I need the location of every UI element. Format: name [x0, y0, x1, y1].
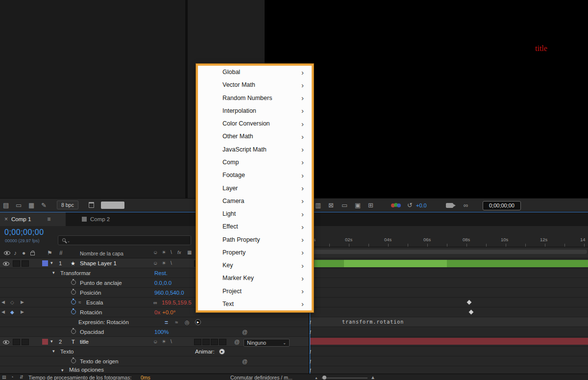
- reset-link[interactable]: Rest.: [154, 270, 168, 276]
- keyframe-diamond-rotation[interactable]: [469, 310, 474, 315]
- guides-icon[interactable]: ▣: [355, 202, 361, 208]
- property-label[interactable]: Opacidad: [80, 329, 104, 335]
- menu-item-global[interactable]: Global›: [198, 66, 312, 78]
- exposure-value[interactable]: +0.0: [416, 203, 427, 208]
- zoom-slider-handle[interactable]: [322, 376, 326, 380]
- animate-menu-button[interactable]: ▶: [219, 349, 225, 355]
- 3d-cell[interactable]: [219, 339, 226, 345]
- parent-pickwhip-icon[interactable]: @: [234, 339, 240, 345]
- menu-item-key[interactable]: Key›: [198, 259, 312, 272]
- trash-icon[interactable]: [89, 202, 94, 208]
- group-label[interactable]: Transformar: [60, 270, 91, 276]
- menu-item-other-math[interactable]: Other Math›: [198, 130, 312, 143]
- group-label[interactable]: Más opciones: [69, 367, 104, 373]
- link-dimensions-icon[interactable]: ∞: [153, 300, 157, 305]
- eye-icon[interactable]: [3, 340, 9, 344]
- layer-handle-icon[interactable]: [308, 319, 312, 325]
- timeline-search[interactable]: ⌄: [58, 235, 191, 245]
- inout-columns-icon[interactable]: ⇵: [20, 375, 24, 380]
- menu-item-javascript-math[interactable]: JavaScript Math›: [198, 143, 312, 156]
- stopwatch-icon[interactable]: [71, 309, 76, 314]
- rotation-turns[interactable]: 0x: [154, 309, 160, 315]
- next-keyframe-icon[interactable]: ▶: [21, 300, 24, 304]
- twirl-icon[interactable]: ▾: [50, 260, 53, 265]
- layer-duration-bar-title[interactable]: [310, 338, 588, 345]
- transparency-grid-icon[interactable]: ⊠: [328, 202, 334, 208]
- more-options-row[interactable]: ▾ Más opciones: [0, 366, 309, 374]
- label-color-swatch[interactable]: [42, 260, 48, 266]
- edit-icon[interactable]: ✎: [41, 202, 47, 208]
- motion-blur-cell[interactable]: [211, 339, 218, 345]
- property-label[interactable]: Escala: [86, 300, 103, 305]
- menu-item-footage[interactable]: Footage›: [198, 169, 312, 181]
- layer-name[interactable]: title: [80, 339, 89, 345]
- twirl-icon[interactable]: ▾: [61, 368, 64, 373]
- group-label[interactable]: Texto: [60, 349, 74, 355]
- layer-row-title[interactable]: ▾ 2 T title ☺ ☀ \ @ Ninguno ⌄: [0, 337, 309, 347]
- layer-handle-icon[interactable]: [308, 349, 312, 355]
- rotation-degrees[interactable]: +0.0°: [162, 309, 175, 315]
- parent-dropdown[interactable]: Ninguno ⌄: [244, 339, 290, 347]
- current-timecode[interactable]: 0;00;00;00: [4, 228, 44, 237]
- close-icon[interactable]: ×: [4, 216, 8, 222]
- prev-keyframe-icon[interactable]: ◀: [1, 309, 5, 314]
- quality-icon[interactable]: \: [171, 339, 172, 344]
- proxy-icon[interactable]: ▦: [28, 202, 34, 208]
- expression-wave-icon[interactable]: ≈: [78, 300, 81, 305]
- pickwhip-icon[interactable]: @: [242, 329, 247, 335]
- mask-visibility-icon[interactable]: ▭: [342, 202, 347, 208]
- property-label[interactable]: Rotación: [80, 309, 102, 315]
- stopwatch-icon[interactable]: [71, 280, 76, 285]
- zoom-in-icon[interactable]: ▲: [370, 375, 375, 380]
- menu-item-comp[interactable]: Comp›: [198, 156, 312, 169]
- property-label[interactable]: Texto de origen: [80, 358, 119, 364]
- toggle-switches-button[interactable]: Conmutar definidores / m...: [230, 375, 293, 380]
- menu-item-vector-math[interactable]: Vector Math›: [198, 78, 312, 91]
- solo-cell[interactable]: [13, 260, 20, 267]
- menu-item-light[interactable]: Light›: [198, 207, 312, 220]
- menu-item-camera[interactable]: Camera›: [198, 195, 312, 207]
- twirl-icon[interactable]: ▾: [52, 270, 55, 275]
- menu-item-marker-key[interactable]: Marker Key›: [198, 272, 312, 284]
- shy-icon[interactable]: ☺: [153, 261, 158, 266]
- add-keyframe-icon[interactable]: ◇: [10, 300, 14, 305]
- layer-duration-bar-shape[interactable]: [310, 260, 588, 267]
- stopwatch-icon[interactable]: [71, 358, 76, 363]
- layer-handle-icon[interactable]: [308, 367, 312, 373]
- current-time-indicator[interactable]: [310, 313, 310, 374]
- folder-icon[interactable]: ▭: [16, 202, 22, 208]
- reset-exposure-icon[interactable]: ↺: [407, 202, 413, 208]
- shy-icon[interactable]: ☺: [153, 339, 158, 344]
- layer-name[interactable]: Shape Layer 1: [80, 260, 117, 266]
- expression-row[interactable]: Expresión: Rotación = ≈ ◎ ▶: [0, 317, 309, 327]
- grid-icon[interactable]: ⊞: [368, 202, 373, 208]
- keyframe-diamond-scale[interactable]: [467, 300, 472, 305]
- time-ruler[interactable]: 0s 02s 04s 06s 08s 10s 12s 14: [310, 226, 588, 247]
- property-value[interactable]: 0.0,0.0: [154, 280, 172, 286]
- render-time-icon[interactable]: ◔: [11, 375, 13, 380]
- tab-comp-2[interactable]: Comp 2: [77, 212, 114, 226]
- menu-item-random-numbers[interactable]: Random Numbers›: [198, 92, 312, 104]
- panel-menu-icon[interactable]: ≡: [47, 216, 50, 222]
- collapse-icon[interactable]: ☀: [162, 261, 166, 266]
- preview-timecode[interactable]: 0;00;00;00: [483, 201, 521, 210]
- menu-item-interpolation[interactable]: Interpolation›: [198, 104, 312, 117]
- tab-comp-1[interactable]: × Comp 1 ≡: [0, 212, 66, 226]
- source-text-row[interactable]: Texto de origen @: [0, 356, 309, 366]
- layer-handle-icon[interactable]: [308, 329, 312, 335]
- lock-cell[interactable]: [22, 260, 29, 267]
- property-value[interactable]: 159.5,159.5: [162, 300, 192, 305]
- toggle-panel-icon[interactable]: ▤: [2, 375, 6, 380]
- stopwatch-icon[interactable]: [71, 329, 76, 334]
- expression-graph-icon[interactable]: ≈: [175, 320, 178, 325]
- timeline-zoom-slider[interactable]: [321, 378, 368, 379]
- opacity-row[interactable]: Opacidad 100% @: [0, 327, 309, 337]
- layer-name-column-header[interactable]: Nombre de la capa: [80, 251, 123, 256]
- lock-cell[interactable]: [22, 339, 29, 345]
- color-depth-button[interactable]: 8 bpc: [57, 201, 78, 209]
- collapse-icon[interactable]: ☀: [162, 339, 166, 344]
- keyframe-at-time-icon[interactable]: ◆: [10, 309, 14, 315]
- menu-item-effect[interactable]: Effect›: [198, 220, 312, 233]
- search-caret-icon[interactable]: ⌄: [67, 239, 70, 243]
- property-value[interactable]: 100%: [154, 329, 169, 335]
